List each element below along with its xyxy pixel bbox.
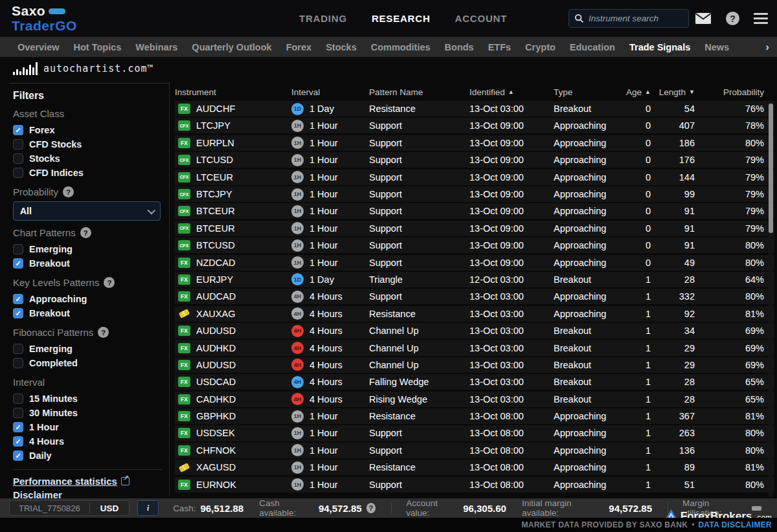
column-header-interval[interactable]: Interval [291, 87, 369, 97]
subnav-item-quarterly-outlook[interactable]: Quarterly Outlook [185, 42, 278, 52]
mail-icon[interactable] [695, 12, 712, 25]
search-input[interactable] [589, 14, 679, 23]
filter-checkbox-cfd-stocks[interactable]: CFD Stocks [13, 137, 163, 151]
checkbox-unchecked-icon[interactable] [13, 344, 23, 354]
subnav-item-forex[interactable]: Forex [279, 42, 319, 52]
checkbox-unchecked-icon[interactable] [13, 139, 23, 150]
signal-row[interactable]: FXAUDHKD4H4 HoursChannel Up13-Oct 03:00B… [175, 340, 774, 355]
filter-checkbox-cfd-indices[interactable]: CFD Indices [13, 166, 163, 180]
filter-checkbox-daily[interactable]: ✓Daily [13, 449, 163, 463]
account-info-button[interactable]: i [137, 500, 159, 516]
subnav-item-etfs[interactable]: ETFs [481, 42, 518, 52]
signal-row[interactable]: FXNZDCAD1H1 HourSupport13-Oct 09:00Appro… [175, 255, 774, 271]
scrollbar-thumb[interactable] [769, 104, 773, 233]
help-icon[interactable]: ? [104, 277, 115, 288]
subnav-item-crypto[interactable]: Crypto [518, 42, 563, 52]
filter-checkbox-stocks[interactable]: Stocks [13, 151, 163, 166]
checkbox-checked-icon[interactable]: ✓ [13, 422, 23, 432]
filter-checkbox-emerging[interactable]: Emerging [13, 342, 163, 356]
menu-icon[interactable] [754, 13, 768, 24]
filter-checkbox-approaching[interactable]: ✓Approaching [13, 292, 163, 306]
signal-row[interactable]: CFXBTCEUR1H1 HourSupport13-Oct 09:00Appr… [175, 221, 774, 236]
subnav-item-webinars[interactable]: Webinars [128, 42, 185, 52]
filter-checkbox-1-hour[interactable]: ✓1 Hour [13, 420, 163, 434]
signal-row[interactable]: CFXLTCEUR1H1 HourSupport13-Oct 09:00Appr… [175, 170, 774, 185]
column-header-type[interactable]: Type [554, 87, 624, 97]
signal-row[interactable]: FXUSDCAD4H4 HoursFalling Wedge13-Oct 03:… [175, 374, 774, 390]
filter-checkbox-completed[interactable]: Completed [13, 356, 163, 370]
probability-select[interactable]: All [13, 201, 161, 221]
checkbox-checked-icon[interactable]: ✓ [13, 125, 23, 135]
signal-row[interactable]: FXGBPHKD1H1 HourResistance13-Oct 08:00Ap… [175, 408, 774, 424]
pattern-name-cell: Support [369, 291, 469, 302]
filter-checkbox-30-minutes[interactable]: 30 Minutes [13, 406, 163, 420]
checkbox-unchecked-icon[interactable] [13, 358, 23, 368]
subnav-item-hot-topics[interactable]: Hot Topics [67, 42, 129, 52]
help-icon[interactable]: ? [366, 503, 376, 513]
checkbox-checked-icon[interactable]: ✓ [13, 308, 23, 318]
signal-row[interactable]: CFXBTCEUR1H1 HourSupport13-Oct 09:00Appr… [175, 203, 774, 219]
help-icon[interactable]: ? [63, 186, 74, 197]
primary-nav-account[interactable]: ACCOUNT [455, 13, 508, 24]
primary-nav-research[interactable]: RESEARCH [372, 13, 431, 24]
checkbox-unchecked-icon[interactable] [13, 168, 23, 178]
column-header-length[interactable]: Length▼ [651, 87, 695, 97]
account-selector[interactable]: TRIAL_7750826 USD [9, 500, 130, 516]
help-icon[interactable]: ? [98, 327, 109, 338]
checkbox-checked-icon[interactable]: ✓ [13, 450, 23, 461]
filter-checkbox-forex[interactable]: ✓Forex [13, 123, 163, 137]
checkbox-unchecked-icon[interactable] [13, 244, 23, 254]
signal-row[interactable]: FXAUDUSD4H4 HoursChannel Up13-Oct 03:00B… [175, 323, 774, 338]
checkbox-unchecked-icon[interactable] [13, 153, 23, 164]
signal-row[interactable]: FXEURPLN1H1 HourSupport13-Oct 09:00Appro… [175, 135, 774, 151]
signal-row[interactable]: FXEURNOK1H1 HourSupport13-Oct 08:00Appro… [175, 477, 774, 493]
subnav-item-commodities[interactable]: Commodities [364, 42, 438, 52]
signal-row[interactable]: XAGUSD1H1 HourResistance13-Oct 08:00Appr… [175, 460, 774, 475]
column-header-probability[interactable]: Probability [695, 87, 764, 97]
filter-checkbox-breakout[interactable]: ✓Breakout [13, 256, 163, 271]
checkbox-checked-icon[interactable]: ✓ [13, 294, 23, 304]
performance-statistics-link[interactable]: Performance statistics [13, 476, 163, 487]
signal-row[interactable]: FXEURJPY1D1 DayTriangle12-Oct 03:00Break… [175, 272, 774, 287]
column-header-instrument[interactable]: Instrument [175, 87, 291, 97]
footer-separator: • [692, 520, 694, 529]
subnav-item-trade-signals[interactable]: Trade Signals [622, 42, 697, 52]
column-header-identified[interactable]: Identified▲ [469, 87, 554, 97]
subnav-item-bonds[interactable]: Bonds [438, 42, 481, 52]
help-icon[interactable]: ? [726, 12, 739, 25]
checkbox-checked-icon[interactable]: ✓ [13, 436, 23, 447]
interval-label: 1 Hour [310, 223, 338, 234]
signal-row[interactable]: FXAUDCAD4H4 HoursSupport13-Oct 03:00Appr… [175, 289, 774, 304]
checkbox-checked-icon[interactable]: ✓ [13, 258, 23, 269]
signal-row[interactable]: FXCHFNOK1H1 HourSupport13-Oct 08:00Appro… [175, 443, 774, 458]
signal-row[interactable]: CFXLTCJPY1H1 HourSupport13-Oct 09:00Appr… [175, 118, 774, 133]
instrument-search[interactable] [569, 9, 689, 28]
data-disclaimer-link[interactable]: DATA DISCLAIMER [698, 520, 772, 529]
checkbox-unchecked-icon[interactable] [13, 408, 23, 418]
subnav-item-news[interactable]: News [697, 42, 736, 52]
signal-row[interactable]: FXAUDUSD4H4 HoursChannel Up13-Oct 03:00B… [175, 357, 774, 373]
filter-checkbox-breakout[interactable]: ✓Breakout [13, 306, 163, 320]
help-icon[interactable]: ? [80, 227, 91, 238]
column-header-pattern[interactable]: Pattern Name [369, 87, 469, 97]
table-scrollbar[interactable] [769, 102, 773, 497]
primary-nav-trading[interactable]: TRADING [299, 13, 347, 24]
signal-row[interactable]: CFXBTCUSD1H1 HourSupport13-Oct 09:00Appr… [175, 238, 774, 253]
filter-checkbox-4-hours[interactable]: ✓4 Hours [13, 434, 163, 449]
signal-row[interactable]: CFXLTCUSD1H1 HourSupport13-Oct 09:00Appr… [175, 152, 774, 168]
signal-row[interactable]: FXUSDSEK1H1 HourSupport13-Oct 08:00Appro… [175, 425, 774, 441]
filter-section-title: Asset Class [13, 108, 163, 119]
signal-row[interactable]: FXCADHKD4H4 HoursRising Wedge13-Oct 03:0… [175, 392, 774, 407]
filter-checkbox-emerging[interactable]: Emerging [13, 242, 163, 256]
signal-row[interactable]: FXAUDCHF1D1 DayResistance13-Oct 03:00Bre… [175, 101, 774, 116]
signal-row[interactable]: CFXBTCJPY1H1 HourSupport13-Oct 09:00Appr… [175, 186, 774, 202]
column-header-age[interactable]: Age▲ [624, 87, 651, 97]
subnav-more-icon[interactable]: › [765, 41, 769, 54]
subnav-item-stocks[interactable]: Stocks [319, 42, 364, 52]
subnav-item-overview[interactable]: Overview [10, 42, 67, 52]
filter-checkbox-15-minutes[interactable]: 15 Minutes [13, 392, 163, 406]
checkbox-unchecked-icon[interactable] [13, 393, 23, 404]
signal-row[interactable]: XAUXAG4H4 HoursResistance13-Oct 03:00App… [175, 306, 774, 322]
subnav-item-education[interactable]: Education [563, 42, 622, 52]
saxo-tradergo-logo[interactable]: Saxo TraderGO [12, 4, 77, 32]
